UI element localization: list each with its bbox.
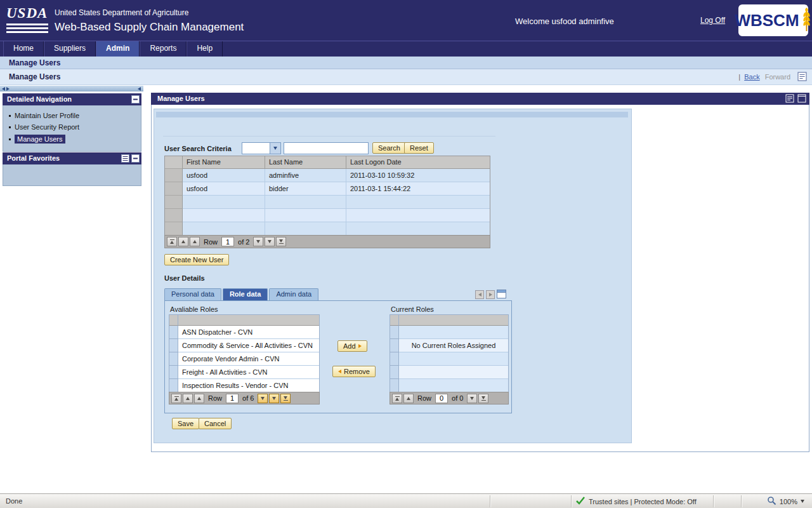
row-selector[interactable] xyxy=(169,366,178,379)
chevron-left-icon xyxy=(478,293,481,297)
row-selector[interactable] xyxy=(165,169,183,182)
table-row[interactable]: usfood bidder 2011-03-1 15:44:22 xyxy=(165,182,490,196)
zoom-control[interactable]: 100% xyxy=(767,496,804,507)
pager-row-input[interactable] xyxy=(435,394,448,403)
scroll-right-icon[interactable] xyxy=(6,87,10,91)
pager-next-page-button[interactable] xyxy=(265,237,275,246)
tab-help[interactable]: Help xyxy=(187,41,223,57)
row-selector[interactable] xyxy=(390,379,399,392)
add-button[interactable]: Add xyxy=(337,340,367,352)
row-selector[interactable] xyxy=(169,379,178,392)
pager-last-button[interactable] xyxy=(478,394,488,403)
pager-prev-row-button[interactable] xyxy=(194,394,204,403)
pager-prev-page-button[interactable] xyxy=(183,394,193,403)
cancel-button[interactable]: Cancel xyxy=(199,418,232,429)
tab-suppliers[interactable]: Suppliers xyxy=(44,41,96,57)
tab-scroll-left-button[interactable] xyxy=(475,290,484,299)
list-item-empty xyxy=(390,326,508,339)
rail-collapse-button[interactable] xyxy=(138,86,141,91)
row-selector[interactable] xyxy=(390,326,399,339)
pager-row-input[interactable] xyxy=(221,237,234,246)
tab-personal-data[interactable]: Personal data xyxy=(164,288,221,300)
pager-next-row-button[interactable] xyxy=(258,394,268,403)
reset-button[interactable]: Reset xyxy=(404,142,434,154)
save-button[interactable]: Save xyxy=(172,418,199,429)
pager-prev-row-button[interactable] xyxy=(403,394,414,403)
tab-home[interactable]: Home xyxy=(3,41,44,57)
user-search-input[interactable] xyxy=(284,142,369,154)
options-menu-icon[interactable] xyxy=(785,94,794,104)
triangle-down-icon xyxy=(272,397,276,400)
tab-admin-data[interactable]: Admin data xyxy=(269,288,318,300)
sidebar-item-user-security-report[interactable]: User Security Report xyxy=(3,121,141,133)
pager-last-button[interactable] xyxy=(276,237,286,246)
manage-users-panel: User Search Criteria Search Reset First … xyxy=(154,109,632,443)
row-selector[interactable] xyxy=(390,352,399,366)
list-item[interactable]: Corporate Vendor Admin - CVN xyxy=(169,352,319,366)
triangle-up-icon xyxy=(395,398,399,401)
table-row-empty xyxy=(165,209,490,222)
search-button[interactable]: Search xyxy=(372,142,406,154)
pager-first-button[interactable] xyxy=(167,237,177,246)
back-link[interactable]: Back xyxy=(744,73,759,81)
current-roles-title: Current Roles xyxy=(391,305,434,313)
row-selector[interactable] xyxy=(165,222,183,236)
row-selector[interactable] xyxy=(165,196,183,209)
rail-scroll-buttons[interactable] xyxy=(2,86,10,91)
tab-admin[interactable]: Admin xyxy=(96,41,140,57)
row-selector[interactable] xyxy=(169,339,178,352)
pager-next-row-button[interactable] xyxy=(467,394,477,403)
row-selector[interactable] xyxy=(165,209,183,222)
list-item[interactable]: Commodity & Service - All Activities - C… xyxy=(169,339,319,352)
triangle-down-icon xyxy=(279,239,283,243)
forward-link[interactable]: Forward xyxy=(765,73,790,81)
remove-button[interactable]: Remove xyxy=(332,366,376,377)
roles-table-header xyxy=(390,315,508,326)
pager-row-input[interactable] xyxy=(226,394,239,403)
list-item[interactable]: Inspection Results - Vendor - CVN xyxy=(169,379,319,392)
tab-role-data[interactable]: Role data xyxy=(223,288,268,300)
tab-scroll-right-button[interactable] xyxy=(486,290,495,299)
tab-reports[interactable]: Reports xyxy=(140,41,187,57)
chevron-down-icon[interactable] xyxy=(801,500,804,503)
portal-favorites-header: Portal Favorites xyxy=(3,152,141,164)
page-options-icon[interactable] xyxy=(797,72,807,81)
sidebar-resize-rail[interactable] xyxy=(0,86,143,91)
pager-next-page-button[interactable] xyxy=(269,394,279,403)
table-row[interactable]: usfood adminfive 2011-03-10 10:59:32 xyxy=(165,169,490,182)
favorites-menu-icon[interactable] xyxy=(121,154,129,166)
pager-next-row-button[interactable] xyxy=(253,237,263,246)
tab-overview-icon[interactable] xyxy=(497,290,506,300)
pager-first-button[interactable] xyxy=(392,394,402,403)
row-selector[interactable] xyxy=(165,182,183,196)
collapse-sidebar-icon[interactable] xyxy=(138,87,141,91)
of-label: of 6 xyxy=(242,394,254,402)
row-selector[interactable] xyxy=(390,339,399,352)
create-new-user-button[interactable]: Create New User xyxy=(164,254,229,265)
list-item[interactable]: Freight - All Activities - CVN xyxy=(169,366,319,379)
maximize-icon[interactable] xyxy=(797,94,806,104)
usda-logo-text: USDA xyxy=(6,5,49,22)
search-criteria-label: User Search Criteria xyxy=(164,145,232,152)
sidebar-item-maintain-user-profile[interactable]: Maintain User Profile xyxy=(3,110,141,121)
log-off-link[interactable]: Log Off xyxy=(700,16,725,25)
collapse-tray-icon[interactable] xyxy=(131,154,140,166)
scroll-left-icon[interactable] xyxy=(2,87,5,91)
column-last-name: Last Name xyxy=(265,156,346,169)
chevron-down-icon[interactable] xyxy=(270,143,280,154)
row-selector[interactable] xyxy=(390,366,399,379)
sidebar-item-manage-users[interactable]: Manage Users xyxy=(3,133,141,145)
bar-icon xyxy=(279,243,284,244)
list-item[interactable]: ASN Dispatcher - CVN xyxy=(169,326,319,339)
collapse-tray-icon[interactable] xyxy=(131,95,140,107)
row-selector[interactable] xyxy=(169,326,178,339)
pager-first-button[interactable] xyxy=(171,394,181,403)
usda-logo-stripe xyxy=(6,23,48,25)
pager-prev-page-button[interactable] xyxy=(178,237,188,246)
user-details-tabstrip: Personal data Role data Admin data xyxy=(164,288,320,300)
pager-prev-row-button[interactable] xyxy=(190,237,200,246)
pager-last-button[interactable] xyxy=(280,394,291,403)
search-criteria-select[interactable] xyxy=(242,142,281,154)
row-selector[interactable] xyxy=(169,352,178,366)
content-title: Manage Users xyxy=(151,93,809,105)
